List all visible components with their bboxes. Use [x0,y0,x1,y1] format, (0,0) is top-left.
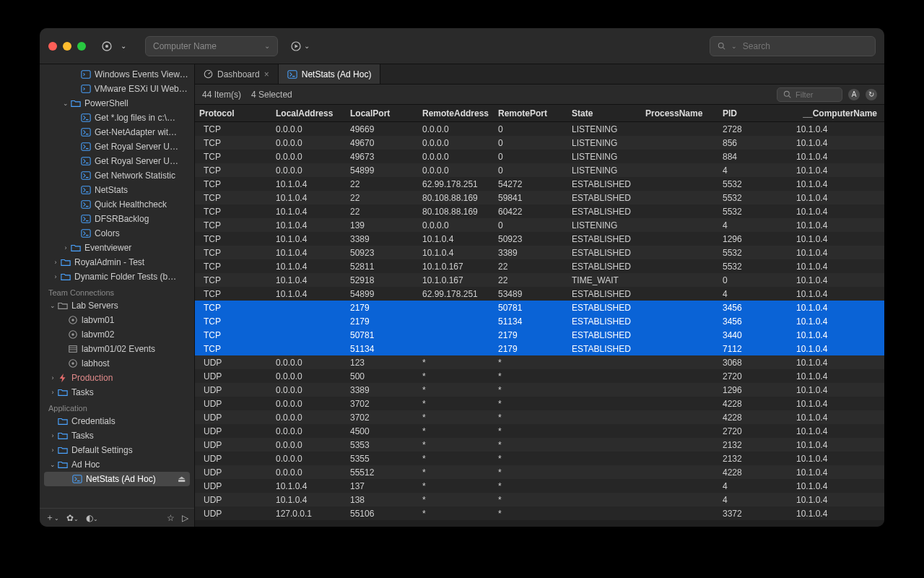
nav-item[interactable]: ⌄Lab Servers [40,298,194,313]
disclosure-icon[interactable]: ⌄ [61,100,70,107]
table-row[interactable]: UDP0.0.0.0123**306810.1.0.4 [195,355,884,369]
tab[interactable]: Dashboard× [195,64,279,84]
eject-icon[interactable]: ⏏ [178,474,190,484]
nav-item[interactable]: ›Dynamic Folder Tests (b… [40,269,194,284]
nav-item[interactable]: ›Default Settings [40,443,194,457]
table-row[interactable]: UDP10.1.0.4137**410.1.0.4 [195,479,884,493]
table-row[interactable]: TCP217951134ESTABLISHED345610.1.0.4 [195,314,884,328]
nav-item[interactable]: ⌄Ad Hoc [40,457,194,472]
table-row[interactable]: UDP127.0.0.155106**337210.1.0.4 [195,506,884,520]
nav-item[interactable]: Get Royal Server U… [40,139,194,154]
nav-item[interactable]: Quick Healthcheck [40,197,194,212]
table-row[interactable]: UDP0.0.0.03702**422810.1.0.4 [195,397,884,410]
play-button[interactable]: ⌄ [291,41,310,51]
nav-item[interactable]: ›Eventviewer [40,241,194,255]
table-row[interactable]: TCP10.1.0.42280.108.88.16959841ESTABLISH… [195,191,884,204]
table-row[interactable]: TCP10.1.0.42262.99.178.25154272ESTABLISH… [195,177,884,191]
nav-item[interactable]: NetStats (Ad Hoc)⏏ [44,472,190,486]
nav-item[interactable]: Get-NetAdapter wit… [40,125,194,139]
table-row[interactable]: UDP0.0.0.055512**422810.1.0.4 [195,465,884,479]
table-row[interactable]: UDP0.0.0.03702**422810.1.0.4 [195,410,884,424]
table-row[interactable]: TCP507812179ESTABLISHED344010.1.0.4 [195,328,884,342]
nav-item[interactable]: DFSRBacklog [40,212,194,226]
zoom-window-button[interactable] [77,42,86,51]
nav-item[interactable]: labhost [40,356,194,371]
computer-name-dropdown[interactable]: Computer Name ⌄ [145,36,278,56]
table-row[interactable]: TCP10.1.0.45489962.99.178.25153489ESTABL… [195,287,884,301]
disclosure-icon[interactable]: › [48,447,57,454]
nav-item[interactable]: ›Tasks [40,428,194,443]
nav-item[interactable]: Windows Events View… [40,67,194,82]
search-box[interactable]: ⌄ [710,36,876,56]
nav-item[interactable]: labvm02 [40,327,194,342]
minimize-window-button[interactable] [63,42,71,51]
disclosure-icon[interactable]: ⌄ [48,302,57,309]
filter-input[interactable] [796,90,836,99]
column-header[interactable]: PID [718,105,792,121]
column-header[interactable]: LocalPort [346,105,418,121]
table-row[interactable]: TCP10.1.0.4338910.1.0.450923ESTABLISHED1… [195,232,884,246]
table-row[interactable]: UDP0.0.0.05353**213210.1.0.4 [195,438,884,452]
table-row[interactable]: TCP217950781ESTABLISHED345610.1.0.4 [195,301,884,314]
table-row[interactable]: TCP10.1.0.41390.0.0.00LISTENING410.1.0.4 [195,218,884,232]
font-button[interactable]: A [848,89,860,100]
filter-box[interactable] [777,87,842,102]
table-row[interactable]: UDP0.0.0.05355**213210.1.0.4 [195,452,884,465]
column-header[interactable]: RemoteAddress [418,105,494,121]
nav-item[interactable]: ›Production [40,371,194,385]
help-icon[interactable]: ◐⌄ [86,513,98,523]
disclosure-icon[interactable]: › [61,244,70,251]
nav-item[interactable]: Get Network Statistic [40,168,194,183]
disclosure-icon[interactable]: › [48,374,57,381]
column-header[interactable]: __ComputerName [792,105,881,121]
nav-item[interactable]: ⌄PowerShell [40,96,194,111]
target-chevron-icon[interactable]: ⌄ [121,42,126,50]
nav-item[interactable]: NetStats [40,183,194,197]
table-row[interactable]: TCP10.1.0.45092310.1.0.43389ESTABLISHED5… [195,246,884,259]
refresh-button[interactable]: ↻ [866,89,877,100]
nav-item[interactable]: ›RoyalAdmin - Test [40,255,194,269]
disclosure-icon[interactable]: › [51,273,60,280]
disclosure-icon[interactable]: › [51,259,60,266]
disclosure-icon[interactable]: › [48,432,57,439]
play-outline-icon[interactable]: ▷ [182,513,188,523]
star-icon[interactable]: ☆ [167,513,175,523]
column-header[interactable]: RemotePort [494,105,567,121]
nav-item[interactable]: labvm01/02 Events [40,342,194,356]
add-button[interactable]: ＋⌄ [45,512,59,524]
tab[interactable]: NetStats (Ad Hoc) [279,64,381,84]
nav-item[interactable]: Get Royal Server U… [40,154,194,168]
nav-item[interactable]: Credentials [40,414,194,428]
nav-item[interactable]: Get *.log files in c:\… [40,111,194,125]
disclosure-icon[interactable]: › [48,389,57,396]
table-row[interactable]: TCP10.1.0.45281110.1.0.16722ESTABLISHED5… [195,259,884,273]
table-row[interactable]: UDP0.0.0.03389**129610.1.0.4 [195,383,884,397]
cell-lport: 3702 [346,397,418,410]
nav-item[interactable]: VMware ESXi UI WebP… [40,82,194,96]
table-row[interactable]: UDP10.1.0.4138**410.1.0.4 [195,493,884,506]
table-row[interactable]: UDP0.0.0.0500**272010.1.0.4 [195,369,884,383]
column-header[interactable]: ProcessName [641,105,718,121]
nav-item[interactable]: Colors [40,226,194,241]
table-row[interactable]: TCP0.0.0.0496730.0.0.00LISTENING88410.1.… [195,150,884,163]
cell-lport: 52918 [346,273,418,287]
table-row[interactable]: TCP0.0.0.0496700.0.0.00LISTENING85610.1.… [195,136,884,150]
table-row[interactable]: TCP10.1.0.42280.108.88.16960422ESTABLISH… [195,204,884,218]
column-header[interactable]: LocalAddress [271,105,346,121]
table-row[interactable]: TCP511342179ESTABLISHED711210.1.0.4 [195,342,884,355]
column-header[interactable]: State [567,105,641,121]
target-icon[interactable] [99,38,115,54]
table-row[interactable]: TCP0.0.0.0496690.0.0.00LISTENING272810.1… [195,122,884,136]
table-row[interactable]: TCP0.0.0.0548990.0.0.00LISTENING410.1.0.… [195,163,884,177]
nav-item[interactable]: labvm01 [40,313,194,327]
disclosure-icon[interactable]: ⌄ [48,461,57,468]
close-window-button[interactable] [48,42,57,51]
close-icon[interactable]: × [264,69,269,79]
column-header[interactable]: Protocol [195,105,271,121]
table-row[interactable]: TCP10.1.0.45291810.1.0.16722TIME_WAIT010… [195,273,884,287]
table-row[interactable]: UDP0.0.0.04500**272010.1.0.4 [195,424,884,438]
search-input[interactable] [743,41,868,51]
nav-item[interactable]: ›Tasks [40,385,194,400]
cell-state: ESTABLISHED [567,301,641,314]
gear-icon[interactable]: ✿⌄ [66,513,79,523]
